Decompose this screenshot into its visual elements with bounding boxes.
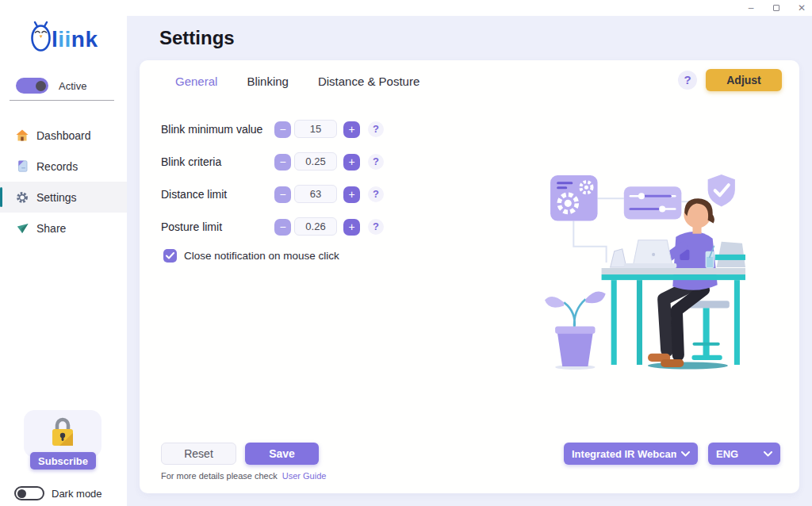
subscribe-button[interactable]: Subscribe	[30, 452, 96, 470]
setting-label: Blink criteria	[161, 155, 221, 168]
help-icon[interactable]: ?	[368, 219, 384, 235]
sidebar-item-dashboard[interactable]: Dashboard	[0, 120, 127, 151]
checkbox-label: Close notification on mouse click	[184, 250, 339, 262]
app-logo: liink	[30, 17, 98, 52]
sidebar-item-settings[interactable]: Settings	[0, 182, 127, 213]
sidebar-item-label: Records	[36, 160, 78, 173]
logo-text: liink	[52, 29, 98, 52]
dark-mode-label: Dark mode	[52, 488, 102, 500]
house-icon	[16, 129, 29, 142]
increment-button[interactable]: +	[343, 121, 360, 138]
notification-checkbox-row: Close notification on mouse click	[163, 249, 339, 263]
language-dropdown-value: ENG	[716, 448, 759, 460]
sidebar-item-records[interactable]: Records	[0, 151, 127, 182]
sidebar-item-share[interactable]: Share	[0, 213, 127, 243]
help-icon[interactable]: ?	[368, 186, 384, 202]
user-guide-link[interactable]: User Guide	[282, 471, 327, 481]
increment-button[interactable]: +	[343, 186, 360, 203]
save-button[interactable]: Save	[245, 443, 319, 465]
tab-blinking[interactable]: Blinking	[247, 75, 289, 88]
sidebar-nav: Dashboard Records Settings Share	[0, 120, 127, 243]
decrement-button[interactable]: −	[274, 121, 291, 138]
status-toggle-row: Active	[16, 78, 86, 94]
chevron-down-icon	[681, 451, 690, 457]
window-controls: – ✕	[745, 0, 807, 16]
chevron-down-icon	[764, 451, 772, 457]
value-field[interactable]: 0.26	[294, 217, 337, 236]
close-button[interactable]: ✕	[796, 0, 807, 16]
notes-icon	[16, 160, 29, 173]
language-dropdown[interactable]: ENG	[708, 443, 780, 465]
subscribe-card: Subscribe	[24, 410, 102, 458]
value-field[interactable]: 63	[294, 185, 337, 203]
workspace-illustration	[544, 165, 745, 370]
sidebar-item-label: Share	[36, 222, 66, 235]
checkbox[interactable]	[163, 249, 177, 263]
sidebar-item-label: Dashboard	[36, 129, 91, 142]
page-title: Settings	[159, 27, 235, 49]
decrement-button[interactable]: −	[274, 219, 291, 236]
increment-button[interactable]: +	[343, 219, 360, 236]
app-window: – ✕ liink Active D	[0, 0, 812, 506]
webcam-dropdown[interactable]: Integrated IR Webcam	[564, 443, 698, 465]
value-field[interactable]: 15	[294, 120, 337, 138]
help-icon[interactable]: ?	[368, 121, 384, 137]
sidebar-divider	[10, 100, 114, 101]
setting-label: Posture limit	[161, 220, 222, 233]
footer-note-text: For more details please check	[161, 471, 278, 481]
help-icon[interactable]: ?	[678, 71, 697, 90]
tab-distance-posture[interactable]: Distance & Posture	[318, 75, 419, 88]
toggle-knob	[17, 489, 26, 498]
sidebar-item-label: Settings	[36, 191, 77, 204]
value-field[interactable]: 0.25	[294, 152, 337, 171]
footer-note: For more details please checkUser Guide	[161, 471, 326, 481]
reset-button[interactable]: Reset	[161, 443, 236, 465]
share-icon	[16, 222, 29, 235]
value-text: 0.25	[305, 155, 325, 167]
maximize-icon	[773, 5, 779, 11]
decrement-button[interactable]: −	[274, 154, 291, 171]
active-toggle-label: Active	[59, 80, 86, 92]
maximize-button[interactable]	[771, 0, 782, 16]
value-text: 15	[310, 123, 321, 135]
value-text: 0.26	[305, 220, 325, 232]
toggle-knob	[36, 81, 46, 91]
webcam-dropdown-value: Integrated IR Webcam	[572, 448, 676, 460]
value-text: 63	[310, 188, 321, 200]
sidebar: liink Active Dashboard Records	[0, 0, 127, 506]
gear-icon	[16, 191, 29, 204]
tab-bar: General Blinking Distance & Posture	[175, 75, 419, 88]
help-icon[interactable]: ?	[368, 154, 384, 170]
check-icon	[166, 252, 174, 259]
dark-mode-row: Dark mode	[14, 486, 102, 500]
active-toggle[interactable]	[16, 78, 48, 94]
setting-label: Blink minimum value	[161, 123, 262, 136]
lock-icon	[47, 413, 79, 456]
adjust-button[interactable]: Adjust	[706, 69, 782, 91]
dark-mode-toggle[interactable]	[14, 486, 44, 500]
decrement-button[interactable]: −	[274, 186, 291, 203]
tab-general[interactable]: General	[175, 75, 217, 88]
minimize-button[interactable]: –	[745, 0, 756, 16]
settings-card: General Blinking Distance & Posture ? Ad…	[140, 60, 799, 493]
increment-button[interactable]: +	[343, 154, 360, 171]
setting-label: Distance limit	[161, 188, 227, 201]
owl-logo-icon	[30, 17, 52, 52]
window-titlebar: – ✕	[0, 0, 812, 16]
